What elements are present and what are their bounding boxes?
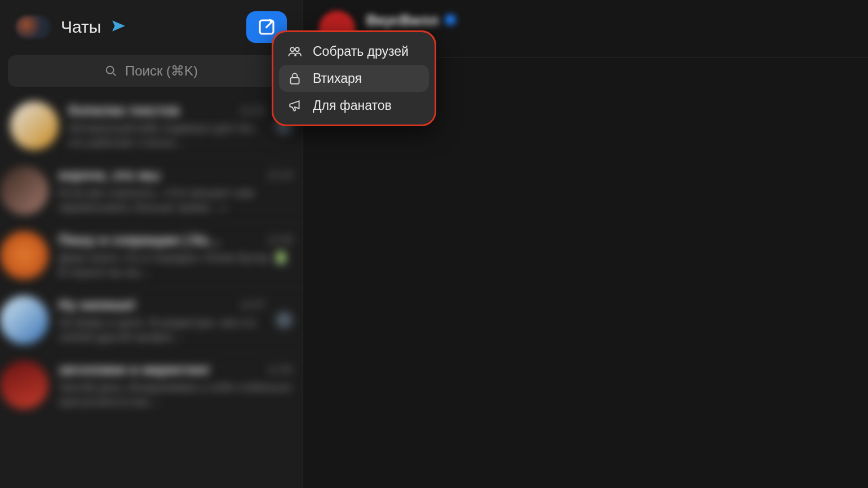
chat-text: короче, это мы12:19Если вас спросить: «Ч… (59, 166, 293, 215)
sidebar-header: Чаты (0, 0, 303, 53)
chat-list-item[interactable]: Копилка текстов12:22Интересный кейс подк… (0, 94, 303, 158)
chat-title: Пишу и сокращаю | Ка… (59, 232, 221, 248)
channel-icon (287, 97, 303, 113)
compose-menu[interactable]: Собрать друзейВтихаряДля фанатов (272, 30, 436, 126)
folder-avatar-pill[interactable] (16, 16, 51, 38)
search-icon (105, 65, 117, 77)
paper-plane-icon (111, 19, 126, 36)
compose-menu-label: Втихаря (313, 71, 362, 86)
compose-menu-label: Собрать друзей (313, 44, 409, 59)
chat-preview: Третий день обнаруживаю у себя стабильно… (59, 380, 293, 409)
chat-preview: Интересный кейс подкинул для тех, кто ра… (69, 121, 265, 150)
chat-list[interactable]: Копилка текстов12:22Интересный кейс подк… (0, 94, 303, 488)
svg-point-1 (107, 66, 114, 74)
compose-menu-item[interactable]: Собрать друзей (279, 38, 429, 65)
chat-time: 12:08 (267, 234, 293, 246)
chat-preview: Если вас спросить: «Что мешает нам зараб… (59, 185, 293, 215)
chat-title: короче, это мы (59, 167, 160, 183)
chat-avatar[interactable] (0, 231, 48, 280)
chat-time: 12:07 (240, 299, 265, 311)
chat-avatar[interactable] (10, 101, 59, 150)
chat-preview: За буквы и дело. В редактуре, как и в лю… (59, 315, 265, 344)
svg-point-3 (295, 47, 299, 51)
svg-point-2 (290, 47, 294, 51)
chat-preview: Даже книга «Ты в порядке» Юлии Булер 📗 В… (59, 250, 293, 280)
search-input[interactable]: Поиск (⌘K) (8, 55, 295, 87)
compose-menu-item[interactable]: Втихаря (279, 65, 429, 92)
chat-time: 12:22 (240, 105, 265, 117)
chat-list-item[interactable]: короче, это мы12:19Если вас спросить: «Ч… (62, 158, 303, 223)
chat-avatar[interactable] (0, 296, 48, 344)
unread-badge (276, 312, 293, 329)
compose-menu-item[interactable]: Для фанатов (279, 92, 429, 119)
chat-title: заголовки и маркетинг (59, 362, 210, 378)
chat-title: Ну напиши! (59, 297, 136, 313)
compose-icon (258, 18, 276, 36)
chat-list-item[interactable]: Пишу и сокращаю | Ка…12:08Даже книга «Ты… (62, 223, 303, 287)
lock-icon (287, 70, 303, 86)
conversation-title: ВкусВилл (366, 12, 439, 29)
chat-text: Ну напиши!12:07За буквы и дело. В редакт… (59, 296, 265, 344)
svg-rect-4 (290, 78, 299, 84)
chat-avatar[interactable] (0, 361, 48, 409)
chat-text: Пишу и сокращаю | Ка…12:08Даже книга «Ты… (59, 231, 293, 280)
chat-time: 12:19 (267, 170, 293, 181)
folder-label[interactable]: Чаты (61, 17, 101, 37)
verified-badge-icon (444, 14, 457, 28)
chat-text: Копилка текстов12:22Интересный кейс подк… (69, 101, 265, 150)
chat-list-item[interactable]: заголовки и маркетинг11:55Третий день об… (62, 352, 303, 417)
sidebar: Чаты Поиск (⌘K) Копилка текстов12:22Инте… (0, 0, 303, 488)
chat-avatar[interactable] (0, 166, 48, 215)
group-icon (287, 43, 303, 59)
chat-list-item[interactable]: Ну напиши!12:07За буквы и дело. В редакт… (62, 287, 303, 352)
chat-title: Копилка текстов (69, 103, 180, 118)
search-placeholder: Поиск (⌘K) (125, 63, 198, 79)
chat-time: 11:55 (267, 364, 293, 376)
chat-text: заголовки и маркетинг11:55Третий день об… (59, 361, 293, 409)
compose-menu-label: Для фанатов (313, 98, 392, 113)
